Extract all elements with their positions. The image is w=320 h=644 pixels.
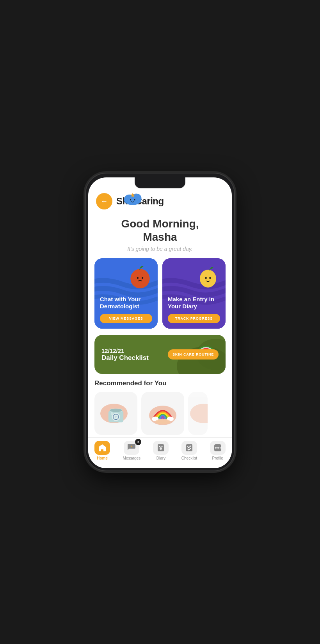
svg-rect-37 — [186, 444, 192, 451]
svg-point-16 — [210, 280, 211, 281]
messages-icon-wrap: 3 — [124, 441, 139, 455]
svg-point-26 — [110, 409, 122, 412]
home-icon — [98, 443, 107, 453]
nav-item-diary[interactable]: Diary — [153, 441, 169, 460]
back-arrow-icon: ← — [101, 197, 108, 206]
cards-grid: Chat with Your Dermatologist VIEW MESSAG… — [88, 258, 232, 333]
nav-item-messages[interactable]: 3 Messages — [123, 441, 141, 460]
nav-label-checklist: Checklist — [181, 456, 197, 460]
diary-icon — [156, 443, 165, 453]
svg-point-33 — [155, 419, 171, 424]
chat-card-title: Chat with Your Dermatologist — [100, 296, 152, 310]
skin-care-routine-button[interactable]: SKIN CARE ROUTINE — [168, 349, 219, 360]
greeting-section: Good Morning,Masha It's going to be a gr… — [88, 213, 232, 258]
products-row: T — [94, 392, 226, 435]
checklist-label: Daily Checklist — [101, 354, 149, 362]
svg-point-4 — [134, 199, 135, 200]
checklist-info: 12/12/21 Daily Checklist — [101, 347, 149, 362]
svg-point-3 — [130, 199, 131, 200]
phone-screen: ← SkinCaring — [88, 177, 232, 468]
orange-character-icon — [126, 262, 154, 290]
svg-point-12 — [200, 270, 216, 288]
nav-label-profile: Profile — [212, 456, 223, 460]
diary-icon-wrap — [153, 441, 169, 455]
rainbow-icon — [149, 400, 176, 427]
checklist-nav-icon — [185, 443, 194, 453]
greeting-title: Good Morning,Masha — [96, 217, 224, 243]
profile-icon — [213, 443, 222, 453]
recommended-section: Recommended for You — [88, 379, 232, 438]
logo-area: SkinCaring — [116, 196, 164, 207]
svg-point-10 — [142, 277, 143, 279]
diary-card-title: Make an Entry in Your Diary — [168, 296, 220, 310]
svg-point-30 — [111, 412, 113, 415]
bottom-nav: Home 3 Messages — [88, 437, 232, 468]
svg-point-9 — [137, 277, 139, 279]
home-icon-wrap — [94, 441, 110, 455]
checklist-banner: 12/12/21 Daily Checklist SKIN CARE ROUTI… — [94, 335, 226, 374]
greeting-subtitle: It's going to be a great day. — [96, 246, 224, 252]
profile-icon-wrap — [210, 441, 226, 455]
svg-point-13 — [205, 277, 207, 279]
product-card-cream[interactable]: T — [94, 392, 137, 435]
chat-dermatologist-card: Chat with Your Dermatologist VIEW MESSAG… — [94, 258, 158, 329]
messages-badge: 3 — [135, 439, 141, 445]
checklist-icon-wrap — [181, 441, 197, 455]
product-card-extra[interactable] — [188, 392, 208, 435]
screen-content: ← SkinCaring — [88, 177, 232, 468]
nav-item-checklist[interactable]: Checklist — [181, 441, 197, 460]
svg-point-36 — [160, 447, 162, 450]
recommended-title: Recommended for You — [94, 379, 226, 387]
svg-point-15 — [205, 280, 206, 281]
view-messages-button[interactable]: VIEW MESSAGES — [100, 314, 152, 323]
nav-item-home[interactable]: Home — [94, 441, 110, 460]
track-progress-button[interactable]: TRACK PROGRESS — [168, 314, 220, 323]
diary-card: Make an Entry in Your Diary TRACK PROGRE… — [162, 258, 226, 329]
nav-label-home: Home — [97, 456, 108, 460]
back-button[interactable]: ← — [96, 193, 112, 209]
messages-icon — [127, 443, 136, 453]
phone-frame: ← SkinCaring — [86, 174, 234, 470]
product-card-rainbow[interactable] — [141, 392, 184, 435]
svg-point-14 — [209, 277, 211, 279]
notch — [135, 177, 185, 188]
checklist-date: 12/12/21 — [101, 347, 149, 354]
logo-cloud-icon — [121, 190, 144, 206]
cream-jar-icon: T — [102, 400, 130, 427]
svg-text:T: T — [115, 416, 117, 419]
nav-label-messages: Messages — [123, 456, 141, 460]
nav-item-profile[interactable]: Profile — [210, 441, 226, 460]
nav-label-diary: Diary — [156, 456, 165, 460]
lemon-character-icon — [194, 262, 222, 290]
svg-point-8 — [131, 269, 150, 288]
